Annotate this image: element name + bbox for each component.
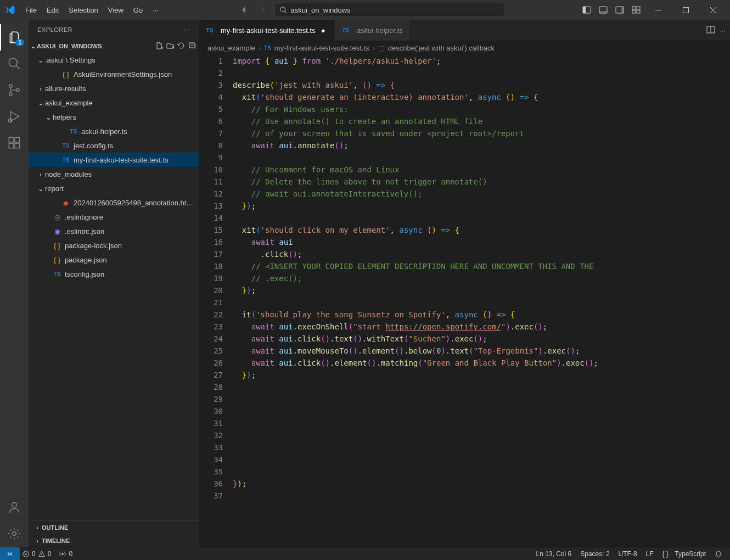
svg-rect-6 <box>621 7 624 13</box>
activity-accounts[interactable] <box>0 494 29 520</box>
menu-go[interactable]: Go <box>129 4 147 16</box>
refresh-icon[interactable] <box>177 41 186 51</box>
tree-file[interactable]: TStsconfig.json <box>29 267 199 281</box>
svg-rect-2 <box>583 7 586 13</box>
nav-forward-button[interactable] <box>256 3 270 17</box>
code-content[interactable]: import { aui } from './helpers/askui-hel… <box>233 55 730 547</box>
menu-file[interactable]: File <box>21 4 41 16</box>
svg-rect-10 <box>637 10 640 13</box>
tree-file[interactable]: ◎.eslintignore <box>29 210 199 224</box>
svg-rect-9 <box>632 10 636 13</box>
tree-file[interactable]: ◉.eslintrc.json <box>29 224 199 238</box>
activity-extensions[interactable] <box>0 130 29 156</box>
menu-selection[interactable]: Selection <box>64 4 102 16</box>
tree-folder[interactable]: ⌄helpers <box>29 110 199 124</box>
activity-bar: 1 <box>0 20 29 547</box>
chevron-down-icon: ⌄ <box>31 43 36 50</box>
layout-primary-icon[interactable] <box>580 3 594 17</box>
project-section-header[interactable]: ⌄ ASKUI_ON_WINDOWS <box>29 40 199 53</box>
search-icon <box>279 6 287 14</box>
status-notifications[interactable] <box>715 550 722 558</box>
svg-point-14 <box>9 93 12 96</box>
new-file-icon[interactable] <box>155 41 164 51</box>
svg-point-12 <box>9 58 17 66</box>
tree-folder[interactable]: ›allure-results <box>29 81 199 96</box>
chevron-right-icon: › <box>372 44 374 52</box>
new-folder-icon[interactable] <box>166 41 175 51</box>
editor-area: TS my-first-askui-test-suite.test.ts ● T… <box>199 20 730 547</box>
status-indentation[interactable]: Spaces: 2 <box>580 550 609 558</box>
breadcrumb[interactable]: askui_example › TS my-first-askui-test-s… <box>199 41 730 55</box>
typescript-icon: TS <box>205 26 214 35</box>
tree-file[interactable]: ◆20240126005925498_annotation.ht… <box>29 195 199 210</box>
sidebar: EXPLORER ··· ⌄ ASKUI_ON_WINDOWS ⌄.askui … <box>29 20 199 547</box>
svg-rect-20 <box>15 137 20 142</box>
menu-bar: File Edit Selection View Go ··· <box>21 4 163 16</box>
outline-section[interactable]: ›OUTLINE <box>29 520 199 534</box>
window-maximize-button[interactable] <box>673 0 698 20</box>
sidebar-title: EXPLORER <box>37 26 72 33</box>
breadcrumb-file[interactable]: my-first-askui-test-suite.test.ts <box>274 44 369 52</box>
command-center[interactable]: askui_on_windows <box>274 3 505 17</box>
editor-tabs: TS my-first-askui-test-suite.test.ts ● T… <box>199 20 730 41</box>
activity-search[interactable] <box>0 51 29 77</box>
svg-rect-8 <box>637 7 640 9</box>
status-ports[interactable]: 0 <box>59 550 72 558</box>
tab-active-file[interactable]: TS my-first-askui-test-suite.test.ts ● <box>199 20 335 41</box>
tree-folder[interactable]: ⌄report <box>29 181 199 195</box>
tree-file[interactable]: TSjest.config.ts <box>29 138 199 153</box>
svg-point-0 <box>280 7 285 12</box>
tab-label: askui-helper.ts <box>357 26 403 35</box>
typescript-icon: TS <box>264 45 271 51</box>
tab-label: my-first-askui-test-suite.test.ts <box>221 26 316 35</box>
warning-icon <box>38 550 46 558</box>
status-eol[interactable]: LF <box>646 550 654 558</box>
menu-edit[interactable]: Edit <box>42 4 63 16</box>
tree-folder[interactable]: ⌄askui_example <box>29 96 199 110</box>
activity-explorer[interactable]: 1 <box>0 24 29 51</box>
svg-rect-4 <box>599 11 607 13</box>
tree-file[interactable]: { }package-lock.json <box>29 238 199 253</box>
activity-settings[interactable] <box>0 520 29 547</box>
window-minimize-button[interactable] <box>645 0 671 20</box>
svg-rect-11 <box>683 7 688 13</box>
chevron-right-icon: › <box>259 44 261 52</box>
sidebar-more-icon[interactable]: ··· <box>184 26 190 33</box>
window-close-button[interactable] <box>700 0 726 20</box>
vertical-scrollbar[interactable] <box>722 55 730 547</box>
status-cursor[interactable]: Ln 13, Col 6 <box>536 550 571 558</box>
timeline-section[interactable]: ›TIMELINE <box>29 534 199 547</box>
status-bar: 0 0 0 Ln 13, Col 6 Spaces: 2 UTF-8 LF { … <box>0 547 730 560</box>
split-editor-icon[interactable] <box>706 25 715 36</box>
activity-source-control[interactable] <box>0 77 29 103</box>
nav-back-button[interactable] <box>237 3 251 17</box>
remote-button[interactable] <box>0 547 20 561</box>
tree-file[interactable]: TSaskui-helper.ts <box>29 124 199 138</box>
tree-file[interactable]: { }package.json <box>29 253 199 267</box>
layout-secondary-icon[interactable] <box>613 3 627 17</box>
layout-panel-icon[interactable] <box>596 3 610 17</box>
status-language[interactable]: { } TypeScript <box>662 550 706 558</box>
activity-run-debug[interactable] <box>0 103 29 130</box>
status-problems[interactable]: 0 0 <box>22 550 51 558</box>
menu-more[interactable]: ··· <box>148 4 163 16</box>
svg-point-21 <box>12 502 17 507</box>
tree-folder[interactable]: ⌄.askui \ Settings <box>29 53 199 67</box>
editor[interactable]: 1234567891011121314151617181920212223242… <box>199 55 730 547</box>
symbol-icon: ⬚ <box>378 44 385 52</box>
menu-view[interactable]: View <box>104 4 128 16</box>
status-encoding[interactable]: UTF-8 <box>619 550 637 558</box>
minimap[interactable] <box>670 55 722 547</box>
collapse-all-icon[interactable] <box>188 41 196 51</box>
tab-preview-file[interactable]: TS askui-helper.ts <box>335 20 410 41</box>
error-icon <box>22 550 30 558</box>
editor-more-icon[interactable]: ··· <box>720 26 726 35</box>
breadcrumb-folder[interactable]: askui_example <box>207 44 255 52</box>
layout-customize-icon[interactable] <box>629 3 643 17</box>
tree-file[interactable]: TSmy-first-askui-test-suite.test.ts <box>29 153 199 167</box>
breadcrumb-symbol[interactable]: describe('jest with askui') callback <box>388 44 495 52</box>
tree-folder[interactable]: ›node_modules <box>29 167 199 181</box>
svg-rect-19 <box>15 143 20 148</box>
tab-dirty-icon[interactable]: ● <box>319 26 328 35</box>
tree-file[interactable]: { }AskuiEnvironmentSettings.json <box>29 67 199 81</box>
